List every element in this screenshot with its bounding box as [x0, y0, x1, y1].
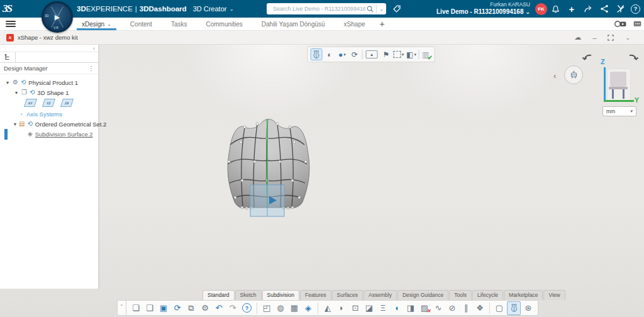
parallel-faces-button[interactable]: ∥ — [460, 302, 472, 314]
tree-node-label[interactable]: Ordered Geometrical Set.2 — [35, 121, 107, 128]
help-icon[interactable]: ? — [631, 4, 640, 14]
tree-node-axis-systems[interactable]: › Axis Systems — [0, 109, 98, 119]
search-options-chevron-icon[interactable]: ⌄ — [379, 6, 384, 12]
panel-collapse-icon[interactable]: ‹ — [93, 45, 95, 52]
frame-box-button[interactable]: ▢ — [493, 302, 506, 314]
bridge-button[interactable]: Ξ — [377, 302, 389, 314]
axis-orientation-widget[interactable]: Z Y — [599, 60, 636, 108]
search-icon[interactable] — [367, 6, 374, 13]
plane-zx-icon[interactable]: ZX — [60, 99, 74, 107]
tree-node-label[interactable]: 3D Shape 1 — [37, 89, 69, 96]
panel-menu-dots-icon[interactable]: ⋮ — [88, 65, 94, 72]
minimize-icon[interactable]: – — [592, 34, 596, 42]
tab-xdesign-chevron-icon[interactable]: ⌄ — [107, 21, 111, 27]
save-as-new-button[interactable]: ❑ — [143, 302, 156, 314]
tree-node-label[interactable]: Subdivision Surface.2 — [35, 131, 93, 138]
section-flag-button[interactable]: ⚑ — [381, 49, 392, 60]
expander-icon[interactable]: ▾ — [5, 80, 10, 86]
rotate-left-arrow-icon[interactable] — [582, 53, 593, 65]
notifications-bell-icon[interactable] — [547, 4, 564, 14]
chevron-down-icon[interactable]: ▾ — [343, 52, 346, 57]
tab-sketch[interactable]: Sketch — [235, 290, 262, 300]
tab-standard[interactable]: Standard — [203, 290, 235, 300]
tag-6wtags-icon[interactable] — [392, 4, 401, 13]
share-forward-icon[interactable] — [580, 5, 596, 13]
mesh-sphere-button[interactable]: ⊛ — [522, 302, 535, 314]
3dcompass-icon[interactable]: ▶ 3D V.R — [42, 1, 73, 33]
update-view-button[interactable]: ⟳ — [350, 49, 360, 60]
sphere-primitive-button[interactable]: ◍ — [274, 302, 287, 314]
chevron-down-icon[interactable]: ▾ — [414, 52, 416, 57]
subdivision-surface-button[interactable] — [507, 301, 521, 315]
search-input[interactable] — [272, 5, 367, 13]
select-area-button[interactable]: ▾ — [394, 49, 404, 60]
trim-button[interactable]: ⊘ — [446, 302, 458, 314]
tab-xshape[interactable]: xShape — [335, 18, 375, 30]
expander-icon[interactable]: › — [19, 111, 24, 117]
expander-icon[interactable]: ▾ — [14, 121, 16, 127]
settings-button[interactable]: ⚙ — [199, 302, 211, 314]
tab-design-guidance[interactable]: Design Guidance — [397, 290, 448, 300]
tab-marketplace[interactable]: Marketplace — [504, 290, 543, 300]
help-button[interactable]: ? — [242, 303, 252, 313]
check-model-button[interactable]: ▥ ✔ — [421, 49, 432, 60]
shaded-view-button[interactable]: ◐ — [325, 49, 335, 60]
tab-assembly[interactable]: Assembly — [364, 290, 397, 300]
wireframe-button[interactable]: ◈ — [302, 302, 314, 314]
face-selection[interactable] — [250, 185, 284, 216]
chevron-down-icon[interactable]: ▾ — [402, 52, 404, 57]
viewport[interactable]: ‹ Design Manager ⋮ ▾ ⚙ ⟲ Physical — [0, 45, 644, 317]
save-button[interactable]: ▣ — [157, 302, 170, 314]
tab-features[interactable]: Features — [300, 290, 331, 300]
compass-play-icon[interactable]: ▶ — [55, 13, 60, 21]
add-tab-button[interactable]: + — [375, 18, 390, 30]
tab-tasks[interactable]: Tasks — [162, 18, 197, 30]
tab-surfaces[interactable]: Surfaces — [332, 290, 364, 300]
patch-button[interactable]: ◪ — [363, 302, 375, 314]
face-loop-button[interactable]: ⊡ — [349, 302, 362, 314]
tab-lifecycle[interactable]: Lifecycle — [472, 290, 503, 300]
tree-tab[interactable] — [0, 52, 16, 62]
media-play-icon[interactable] — [614, 20, 627, 28]
assistant-back-chevron-icon[interactable]: ‹ — [553, 71, 556, 81]
expander-icon[interactable]: ▾ — [14, 90, 19, 96]
avatar[interactable]: FK — [535, 3, 547, 15]
split-face-button[interactable]: ◨ — [404, 302, 417, 314]
tab-view[interactable]: View — [543, 290, 565, 300]
capture-button[interactable]: ▴ — [366, 50, 378, 58]
assistant-robot-button[interactable] — [564, 65, 583, 84]
plane-yz-icon[interactable]: YZ — [42, 99, 55, 107]
tree-node-label[interactable]: Physical Product 1 — [28, 79, 78, 86]
fill-surface-button[interactable]: ◖ — [391, 302, 403, 314]
tab-communities[interactable]: Communities — [196, 18, 252, 30]
tree-node-label[interactable]: Axis Systems — [26, 111, 62, 118]
tree-node-3d-shape[interactable]: ▾ ❒ ⟲ 3D Shape 1 — [0, 87, 98, 97]
update-button[interactable]: ⟳ — [171, 302, 184, 314]
import-export-button[interactable]: ⧉ — [185, 302, 197, 314]
search-bar[interactable]: ⌄ — [267, 3, 386, 14]
tab-tools[interactable]: Tools — [449, 290, 472, 300]
render-style-button[interactable]: ● ▾ — [337, 49, 348, 60]
sculpt-button[interactable]: ❖ — [474, 302, 486, 314]
new-content-button[interactable]: ❏ — [130, 302, 142, 314]
plane-xy-icon[interactable]: XY — [24, 99, 37, 107]
toolbar-overflow-chevron-icon[interactable]: ⌄ — [117, 300, 126, 316]
box-primitive-button[interactable]: ▦ — [288, 302, 301, 314]
subdivision-surface-tool-button[interactable] — [311, 48, 323, 60]
cloud-status-icon[interactable]: ☁ — [574, 33, 581, 42]
3dswym-icon[interactable] — [613, 4, 629, 13]
tree-node-physical-product[interactable]: ▾ ⚙ ⟲ Physical Product 1 — [0, 77, 98, 87]
work-plane-button[interactable]: ◰ — [260, 302, 273, 314]
redo-button[interactable]: ↷ — [226, 302, 239, 314]
tab-xdesign[interactable]: xDesign ⌄ — [72, 18, 121, 30]
expand-icon[interactable] — [608, 35, 614, 41]
user-tenant-menu[interactable]: Furkan KARASU Live Demo - R1132100994168… — [436, 2, 530, 15]
bend-surface-button[interactable]: ◗ — [335, 302, 348, 314]
tab-dahili-yasam-dongusu[interactable]: Dahili Yaşam Döngüsü — [252, 18, 335, 30]
subdivision-model[interactable] — [221, 114, 313, 222]
tree-node-geometrical-set[interactable]: ▾ ▤ ⟲ Ordered Geometrical Set.2 — [0, 119, 98, 129]
tab-content[interactable]: Content — [121, 18, 162, 30]
hamburger-menu-icon[interactable] — [6, 18, 16, 30]
tab-subdivision[interactable]: Subdivision — [262, 290, 299, 300]
tree-node-subdivision-surface[interactable]: ◈ Subdivision Surface.2 — [0, 129, 98, 139]
